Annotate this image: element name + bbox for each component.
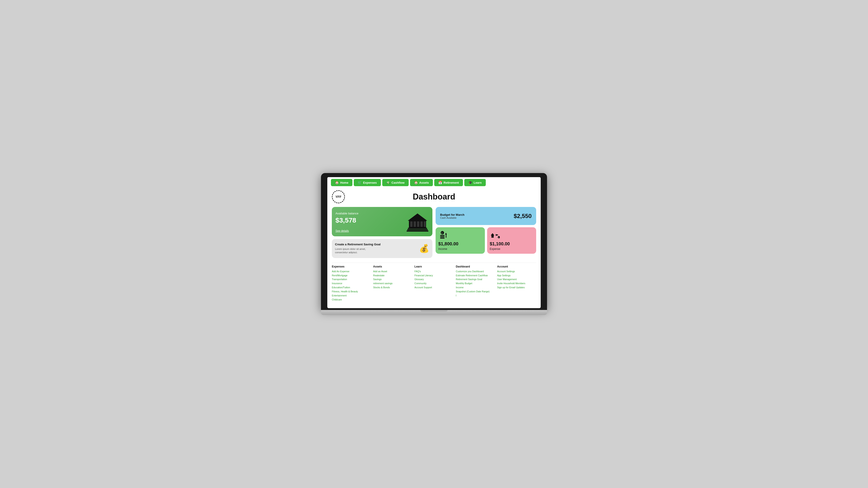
footer-link-customize[interactable]: Customize you Dashboard <box>456 269 495 273</box>
balance-info: Available balance $3,578 See details <box>336 212 359 233</box>
footer-col-expenses: Expenses Add An Expense Rent/Mortgage Tr… <box>332 265 371 302</box>
footer-link-account-support[interactable]: Account Support <box>414 286 454 290</box>
svg-rect-18 <box>491 235 494 238</box>
retirement-info: Create a Retirement Saving Goal Lorem ip… <box>335 242 381 254</box>
svg-rect-7 <box>408 228 427 229</box>
footer-dashboard-heading: Dashboard <box>456 265 495 268</box>
footer-col-account: Account Account Settings App Settings Us… <box>497 265 536 302</box>
footer-link-savings[interactable]: Savings <box>373 278 412 282</box>
footer-link-glossary[interactable]: Glossary <box>414 278 454 282</box>
logo: YFF <box>332 190 345 203</box>
see-details-link[interactable]: See details <box>336 229 349 232</box>
retirement-icon: 📅 <box>438 181 442 184</box>
svg-rect-2 <box>410 221 412 227</box>
footer-link-account-settings[interactable]: Account Settings <box>497 269 536 273</box>
footer-learn-heading: Learn <box>414 265 454 268</box>
svg-rect-3 <box>414 221 416 227</box>
footer-link-retirement-savings-goal[interactable]: Retirement Savings Goal <box>456 278 495 282</box>
footer-link-misc[interactable]: l <box>456 294 495 298</box>
footer-link-rent[interactable]: Rent/Mortgage <box>332 273 371 278</box>
balance-amount: $3,578 <box>336 217 359 224</box>
income-expense-row: $ $1,800.00 <box>436 227 536 254</box>
budget-sublabel: Cash Available <box>440 217 465 219</box>
svg-rect-14 <box>440 238 445 238</box>
navbar: 🏠 Home 🛒 Expenses 💵 Cashflow 🏠 Assets 📅 <box>327 177 541 188</box>
cards-grid: Available balance $3,578 See details <box>332 207 536 258</box>
nav-expenses-label: Expenses <box>363 181 377 184</box>
screen: 🏠 Home 🛒 Expenses 💵 Cashflow 🏠 Assets 📅 <box>327 177 541 308</box>
svg-text:$: $ <box>441 232 442 234</box>
nav-learn[interactable]: 🎓 Learn <box>464 179 486 186</box>
cashflow-icon: 💵 <box>386 181 390 184</box>
footer-col-learn: Learn FAQ's Financial Literacy Glossary … <box>414 265 454 302</box>
balance-card: Available balance $3,578 See details <box>332 207 432 236</box>
svg-rect-13 <box>440 236 445 237</box>
footer-col-dashboard: Dashboard Customize you Dashboard Estima… <box>456 265 495 302</box>
svg-rect-20 <box>496 234 498 235</box>
expense-icon-area: $ <box>490 230 534 239</box>
svg-marker-15 <box>445 233 447 234</box>
income-icon-area: $ <box>438 230 482 239</box>
footer-link-estimate-retirement[interactable]: Estimate Retirement Cashflow <box>456 273 495 278</box>
footer-link-childcare[interactable]: Childcare <box>332 298 371 302</box>
footer-link-app-settings[interactable]: App Settings <box>497 273 536 278</box>
footer-col-assets: Assets Add an Asset Realestate Savings r… <box>373 265 412 302</box>
footer-link-income[interactable]: Income <box>456 286 495 290</box>
footer-link-email-updates[interactable]: Sign up for Email Updates <box>497 286 536 290</box>
svg-rect-6 <box>424 221 426 227</box>
assets-icon: 🏠 <box>414 181 418 184</box>
footer-link-financial-literacy[interactable]: Financial Literacy <box>414 273 454 278</box>
expense-icon: $ <box>490 230 500 239</box>
footer-link-add-expense[interactable]: Add An Expense <box>332 269 371 273</box>
nav-retirement-label: Retirement <box>443 181 459 184</box>
footer-link-faqs[interactable]: FAQ's <box>414 269 454 273</box>
expense-label: Expense <box>490 248 534 251</box>
laptop-screen-border: 🏠 Home 🛒 Expenses 💵 Cashflow 🏠 Assets 📅 <box>321 173 547 310</box>
footer-link-insurance[interactable]: Insurance <box>332 282 371 286</box>
nav-cashflow[interactable]: 💵 Cashflow <box>382 179 409 186</box>
footer-link-education[interactable]: Education/Tuition <box>332 286 371 290</box>
footer-link-stocks[interactable]: Stocks & Bonds <box>373 286 412 290</box>
budget-label: Budget for March <box>440 213 465 217</box>
nav-assets[interactable]: 🏠 Assets <box>410 179 433 186</box>
svg-rect-5 <box>421 221 423 227</box>
footer-link-snapshot[interactable]: Snapshot (Custom Date Range) <box>456 290 495 294</box>
footer-link-user-management[interactable]: User Management <box>497 278 536 282</box>
footer-assets-heading: Assets <box>373 265 412 268</box>
footer-link-invite-household[interactable]: Invite Household Members <box>497 282 536 286</box>
retirement-card-description: Lorem ipsum dolor sit amet, consectetur … <box>335 248 376 254</box>
footer-link-transportation[interactable]: Transportation <box>332 278 371 282</box>
expense-card: $ $1,100.00 Expense <box>487 227 536 254</box>
nav-expenses[interactable]: 🛒 Expenses <box>354 179 381 186</box>
footer-account-heading: Account <box>497 265 536 268</box>
laptop-wrapper: 🏠 Home 🛒 Expenses 💵 Cashflow 🏠 Assets 📅 <box>321 173 547 315</box>
income-amount: $1,800.00 <box>438 241 482 247</box>
logo-text: YFF <box>336 195 341 199</box>
footer-link-realestate[interactable]: Realestate <box>373 273 412 278</box>
bank-icon <box>406 212 429 232</box>
balance-label: Available balance <box>336 212 359 215</box>
svg-marker-17 <box>491 233 494 235</box>
expense-amount: $1,100.00 <box>490 241 534 247</box>
budget-card: Budget for March Cash Available $2,550 <box>436 207 536 225</box>
footer-link-monthly-budget[interactable]: Monthly Budget <box>456 282 495 286</box>
home-icon: 🏠 <box>335 181 339 184</box>
svg-marker-0 <box>408 214 427 221</box>
footer-link-entertainment[interactable]: Entertainment <box>332 294 371 298</box>
footer-link-add-asset[interactable]: Add an Asset <box>373 269 412 273</box>
income-icon: $ <box>438 230 448 239</box>
learn-icon: 🎓 <box>468 181 472 184</box>
left-cards: Available balance $3,578 See details <box>332 207 432 258</box>
footer-link-fitness[interactable]: Fitness, Health & Beauty <box>332 290 371 294</box>
nav-retirement[interactable]: 📅 Retirement <box>434 179 463 186</box>
svg-rect-4 <box>417 221 419 227</box>
nav-home[interactable]: 🏠 Home <box>331 179 352 186</box>
nav-learn-label: Learn <box>473 181 482 184</box>
footer-link-community[interactable]: Community <box>414 282 454 286</box>
svg-rect-9 <box>407 230 428 232</box>
logo-title-row: YFF Dashboard <box>332 190 536 203</box>
nav-home-label: Home <box>340 181 348 184</box>
expenses-icon: 🛒 <box>358 181 362 184</box>
footer-link-retirement-savings[interactable]: retirement savings <box>373 282 412 286</box>
right-cards: Budget for March Cash Available $2,550 <box>436 207 536 258</box>
